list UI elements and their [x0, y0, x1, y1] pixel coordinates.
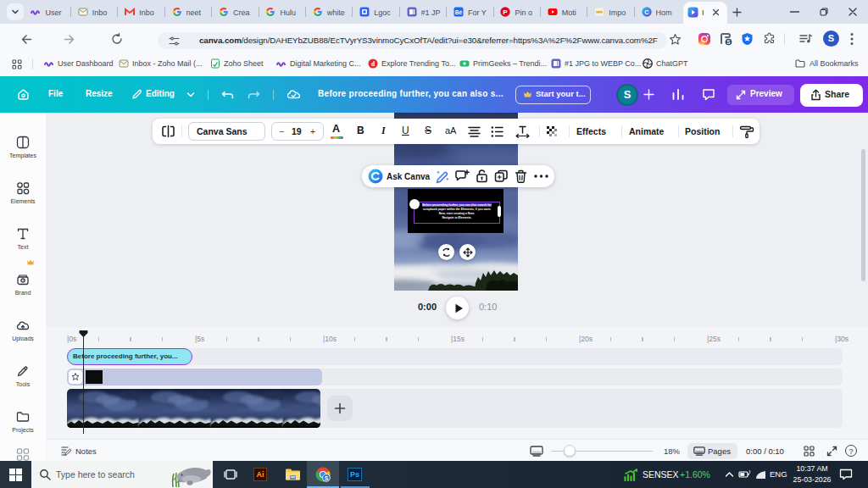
- svg-text:S: S: [726, 39, 731, 45]
- svg-text:S: S: [325, 475, 329, 481]
- svg-text:P: P: [504, 8, 509, 16]
- svg-text:C: C: [644, 8, 649, 16]
- svg-text:Bé: Bé: [455, 9, 463, 15]
- svg-text:co: co: [21, 279, 25, 282]
